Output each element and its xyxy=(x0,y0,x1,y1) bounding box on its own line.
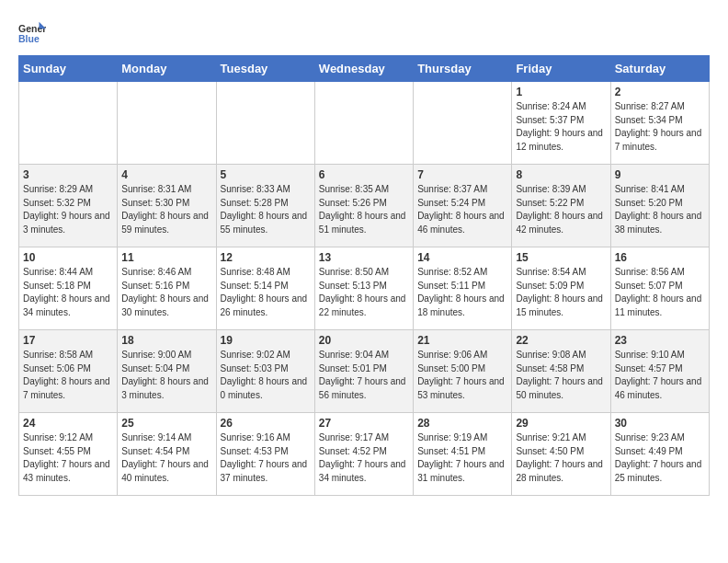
day-cell: 4Sunrise: 8:31 AMSunset: 5:30 PMDaylight… xyxy=(118,165,216,247)
day-cell: 23Sunrise: 9:10 AMSunset: 4:57 PMDayligh… xyxy=(610,330,709,413)
day-number: 29 xyxy=(516,417,606,430)
day-cell: 12Sunrise: 8:48 AMSunset: 5:14 PMDayligh… xyxy=(216,247,314,330)
day-number: 9 xyxy=(615,168,705,181)
day-cell: 7Sunrise: 8:37 AMSunset: 5:24 PMDaylight… xyxy=(414,165,512,247)
day-info: Sunrise: 8:46 AMSunset: 5:16 PMDaylight:… xyxy=(121,266,211,319)
day-info: Sunrise: 9:23 AMSunset: 4:49 PMDaylight:… xyxy=(615,431,705,485)
day-info: Sunrise: 8:37 AMSunset: 5:24 PMDaylight:… xyxy=(417,183,507,236)
day-cell: 2Sunrise: 8:27 AMSunset: 5:34 PMDaylight… xyxy=(610,82,709,165)
week-row-1: 1Sunrise: 8:24 AMSunset: 5:37 PMDaylight… xyxy=(19,82,710,165)
day-cell xyxy=(314,82,413,165)
day-number: 4 xyxy=(121,168,211,181)
day-info: Sunrise: 8:35 AMSunset: 5:26 PMDaylight:… xyxy=(319,183,409,236)
day-info: Sunrise: 8:52 AMSunset: 5:11 PMDaylight:… xyxy=(417,266,507,319)
page-container: General Blue SundayMondayTuesdayWednesda… xyxy=(0,0,728,505)
day-cell: 8Sunrise: 8:39 AMSunset: 5:22 PMDaylight… xyxy=(512,165,610,247)
day-number: 13 xyxy=(319,251,409,264)
day-cell xyxy=(414,82,512,165)
day-info: Sunrise: 8:39 AMSunset: 5:22 PMDaylight:… xyxy=(516,183,606,236)
day-number: 5 xyxy=(221,168,311,181)
day-info: Sunrise: 8:31 AMSunset: 5:30 PMDaylight:… xyxy=(121,183,211,236)
col-header-sunday: Sunday xyxy=(19,56,118,82)
day-info: Sunrise: 9:21 AMSunset: 4:50 PMDaylight:… xyxy=(516,431,606,485)
day-number: 2 xyxy=(615,86,705,98)
day-cell: 5Sunrise: 8:33 AMSunset: 5:28 PMDaylight… xyxy=(216,165,314,247)
header: General Blue xyxy=(18,18,710,46)
col-header-saturday: Saturday xyxy=(610,56,709,82)
day-info: Sunrise: 9:04 AMSunset: 5:01 PMDaylight:… xyxy=(319,349,409,402)
day-cell: 18Sunrise: 9:00 AMSunset: 5:04 PMDayligh… xyxy=(118,330,216,413)
day-cell: 16Sunrise: 8:56 AMSunset: 5:07 PMDayligh… xyxy=(610,247,709,330)
col-header-wednesday: Wednesday xyxy=(314,56,413,82)
day-cell xyxy=(19,82,118,165)
week-row-2: 3Sunrise: 8:29 AMSunset: 5:32 PMDaylight… xyxy=(19,165,710,247)
day-number: 20 xyxy=(319,334,409,347)
day-number: 14 xyxy=(417,251,507,264)
day-cell: 1Sunrise: 8:24 AMSunset: 5:37 PMDaylight… xyxy=(512,82,610,165)
day-number: 7 xyxy=(417,168,507,181)
day-info: Sunrise: 9:02 AMSunset: 5:03 PMDaylight:… xyxy=(221,349,311,402)
day-number: 16 xyxy=(615,251,705,264)
day-number: 17 xyxy=(23,334,113,347)
day-number: 6 xyxy=(319,168,409,181)
day-cell: 10Sunrise: 8:44 AMSunset: 5:18 PMDayligh… xyxy=(19,247,118,330)
day-info: Sunrise: 8:56 AMSunset: 5:07 PMDaylight:… xyxy=(615,266,705,319)
day-info: Sunrise: 9:14 AMSunset: 4:54 PMDaylight:… xyxy=(121,431,211,485)
logo: General Blue xyxy=(18,18,50,46)
day-number: 28 xyxy=(417,417,507,430)
day-number: 8 xyxy=(516,168,606,181)
day-info: Sunrise: 8:50 AMSunset: 5:13 PMDaylight:… xyxy=(319,266,409,319)
col-header-tuesday: Tuesday xyxy=(216,56,314,82)
day-info: Sunrise: 8:33 AMSunset: 5:28 PMDaylight:… xyxy=(221,183,311,236)
day-cell: 6Sunrise: 8:35 AMSunset: 5:26 PMDaylight… xyxy=(314,165,413,247)
day-info: Sunrise: 9:19 AMSunset: 4:51 PMDaylight:… xyxy=(417,431,507,485)
day-number: 12 xyxy=(221,251,311,264)
day-cell: 15Sunrise: 8:54 AMSunset: 5:09 PMDayligh… xyxy=(512,247,610,330)
day-info: Sunrise: 8:54 AMSunset: 5:09 PMDaylight:… xyxy=(516,266,606,319)
week-row-5: 24Sunrise: 9:12 AMSunset: 4:55 PMDayligh… xyxy=(19,413,710,496)
day-number: 19 xyxy=(221,334,311,347)
col-header-friday: Friday xyxy=(512,56,610,82)
day-number: 23 xyxy=(615,334,705,347)
day-cell: 24Sunrise: 9:12 AMSunset: 4:55 PMDayligh… xyxy=(19,413,118,496)
day-cell: 29Sunrise: 9:21 AMSunset: 4:50 PMDayligh… xyxy=(512,413,610,496)
day-info: Sunrise: 8:41 AMSunset: 5:20 PMDaylight:… xyxy=(615,183,705,236)
day-cell xyxy=(118,82,216,165)
day-number: 30 xyxy=(615,417,705,430)
day-info: Sunrise: 8:27 AMSunset: 5:34 PMDaylight:… xyxy=(615,100,705,154)
day-number: 18 xyxy=(121,334,211,347)
day-info: Sunrise: 8:44 AMSunset: 5:18 PMDaylight:… xyxy=(23,266,113,319)
day-cell: 13Sunrise: 8:50 AMSunset: 5:13 PMDayligh… xyxy=(314,247,413,330)
calendar-table: SundayMondayTuesdayWednesdayThursdayFrid… xyxy=(18,55,710,496)
day-info: Sunrise: 9:08 AMSunset: 4:58 PMDaylight:… xyxy=(516,349,606,402)
day-info: Sunrise: 8:29 AMSunset: 5:32 PMDaylight:… xyxy=(23,183,113,236)
week-row-4: 17Sunrise: 8:58 AMSunset: 5:06 PMDayligh… xyxy=(19,330,710,413)
day-cell: 26Sunrise: 9:16 AMSunset: 4:53 PMDayligh… xyxy=(216,413,314,496)
day-info: Sunrise: 9:17 AMSunset: 4:52 PMDaylight:… xyxy=(319,431,409,485)
day-info: Sunrise: 9:06 AMSunset: 5:00 PMDaylight:… xyxy=(417,349,507,402)
day-cell: 25Sunrise: 9:14 AMSunset: 4:54 PMDayligh… xyxy=(118,413,216,496)
day-cell: 30Sunrise: 9:23 AMSunset: 4:49 PMDayligh… xyxy=(610,413,709,496)
day-number: 27 xyxy=(319,417,409,430)
day-cell: 9Sunrise: 8:41 AMSunset: 5:20 PMDaylight… xyxy=(610,165,709,247)
day-cell: 3Sunrise: 8:29 AMSunset: 5:32 PMDaylight… xyxy=(19,165,118,247)
day-number: 11 xyxy=(121,251,211,264)
day-number: 21 xyxy=(417,334,507,347)
day-number: 26 xyxy=(221,417,311,430)
day-info: Sunrise: 8:48 AMSunset: 5:14 PMDaylight:… xyxy=(221,266,311,319)
day-cell: 14Sunrise: 8:52 AMSunset: 5:11 PMDayligh… xyxy=(414,247,512,330)
day-number: 15 xyxy=(516,251,606,264)
day-info: Sunrise: 8:58 AMSunset: 5:06 PMDaylight:… xyxy=(23,349,113,402)
day-number: 1 xyxy=(516,86,606,98)
col-header-monday: Monday xyxy=(118,56,216,82)
day-cell: 19Sunrise: 9:02 AMSunset: 5:03 PMDayligh… xyxy=(216,330,314,413)
day-cell: 11Sunrise: 8:46 AMSunset: 5:16 PMDayligh… xyxy=(118,247,216,330)
day-cell: 20Sunrise: 9:04 AMSunset: 5:01 PMDayligh… xyxy=(314,330,413,413)
day-info: Sunrise: 9:10 AMSunset: 4:57 PMDaylight:… xyxy=(615,349,705,402)
day-number: 24 xyxy=(23,417,113,430)
day-number: 25 xyxy=(121,417,211,430)
day-cell: 21Sunrise: 9:06 AMSunset: 5:00 PMDayligh… xyxy=(414,330,512,413)
col-header-thursday: Thursday xyxy=(414,56,512,82)
week-row-3: 10Sunrise: 8:44 AMSunset: 5:18 PMDayligh… xyxy=(19,247,710,330)
day-number: 10 xyxy=(23,251,113,264)
